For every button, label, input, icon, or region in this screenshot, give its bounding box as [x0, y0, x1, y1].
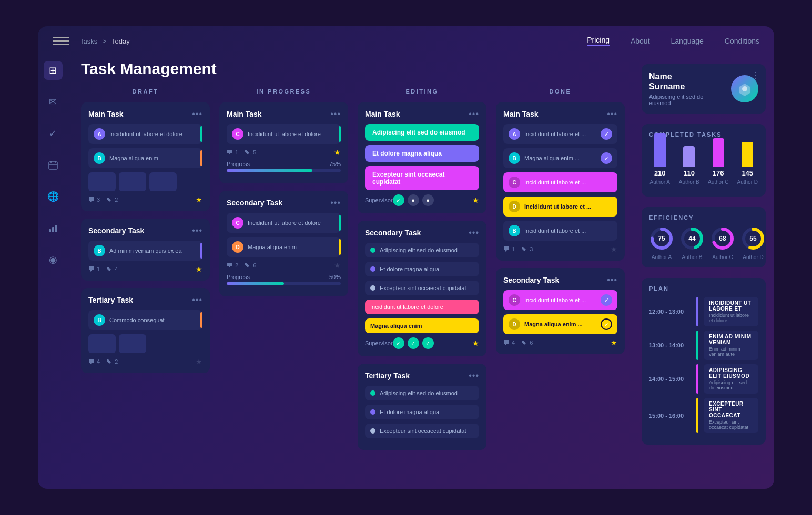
dot-indicator	[370, 248, 375, 253]
avatar: A	[509, 128, 520, 140]
bar-author: Author B	[679, 179, 699, 185]
plan-desc-sub: Enim ad minim veniam aute	[709, 346, 753, 357]
plan-desc: ENIM AD MINIM VENIAM Enim ad minim venia…	[704, 331, 758, 360]
sidebar-item-circle[interactable]: ◉	[44, 250, 63, 269]
progress-section: Progress 75%	[227, 161, 341, 172]
progress-track	[227, 169, 341, 172]
done-check: ✓	[601, 152, 612, 164]
progress-value: 50%	[329, 274, 341, 280]
task-text: Incididunt ut labore et ...	[524, 203, 612, 210]
plan-item: 14:00 - 15:00 ADIPISCING ELIT EIUSMOD Ad…	[649, 364, 758, 394]
inprogress-card-1-menu[interactable]: •••	[330, 109, 341, 119]
card-footer: 4 2 ★	[88, 357, 202, 366]
column-header-editing: EDITING	[358, 88, 486, 95]
nav-link-pricing[interactable]: Pricing	[587, 36, 610, 46]
editing-card-1: Main Task ••• Adipiscing elit sed do eiu…	[358, 102, 486, 213]
star-icon[interactable]: ★	[196, 195, 202, 204]
plan-title: PLAN	[649, 285, 758, 292]
editing-card-3-menu[interactable]: •••	[469, 371, 479, 380]
task-text: Magna aliqua enim ...	[524, 321, 596, 327]
editing-card-2-header: Secondary Task •••	[365, 228, 479, 238]
editing-card-2-title: Secondary Task	[365, 229, 421, 237]
task-text: Incididunt ut labore et ...	[524, 228, 612, 234]
attachment-count: 6	[245, 262, 256, 269]
star-icon[interactable]: ★	[611, 338, 617, 347]
supervisor-checks: ✓ ✓ ✓	[393, 337, 434, 349]
supervisor-label: Supervisor	[365, 340, 393, 346]
img-placeholder	[149, 172, 177, 191]
check-dot: ●	[422, 194, 434, 206]
sidebar-item-globe[interactable]: 🌐	[44, 187, 63, 206]
star-icon[interactable]: ★	[334, 261, 341, 270]
donut-col-c: 68 Author C	[710, 226, 735, 260]
done-card-2-menu[interactable]: •••	[607, 275, 617, 285]
editing-card-1-menu[interactable]: •••	[469, 109, 479, 119]
menu-icon[interactable]	[53, 37, 69, 45]
check-dot: ✓	[422, 337, 434, 349]
bar-col-b: 110 Author B	[678, 146, 701, 185]
task-item: A Incididunt ut labore et dolore	[88, 124, 202, 144]
draft-card-1-title: Main Task	[88, 110, 124, 118]
progress-label: Progress 50%	[227, 274, 341, 280]
star-icon[interactable]: ★	[611, 245, 617, 253]
comment-count: 3	[88, 197, 100, 203]
bar-num: 145	[742, 169, 753, 177]
star-icon[interactable]: ★	[472, 196, 479, 204]
img-placeholder	[88, 334, 116, 353]
svg-rect-6	[55, 225, 57, 232]
content-area: Task Management DRAFT Main Task •••	[68, 56, 637, 489]
star-icon[interactable]: ★	[196, 265, 202, 273]
draft-card-3-menu[interactable]: •••	[192, 295, 202, 305]
bar-num: 210	[654, 169, 666, 177]
column-header-inprogress: IN PROGRESS	[219, 88, 348, 95]
task-text: Incididunt ut labore et dolore	[248, 220, 336, 226]
user-dots-menu[interactable]: ⋮	[751, 70, 759, 80]
editing-card-3: Tertiary Task ••• Adipiscing elit sed do…	[358, 364, 486, 450]
progress-fill	[227, 169, 312, 172]
draft-card-3: Tertiary Task ••• B Commodo consequat	[81, 288, 210, 373]
sidebar-item-mail[interactable]: ✉	[44, 92, 63, 111]
efficiency-title: EFFICIENCY	[649, 214, 758, 221]
sidebar-item-grid[interactable]: ⊞	[44, 61, 63, 80]
check-dot: ✓	[393, 194, 404, 206]
star-icon[interactable]: ★	[196, 357, 202, 366]
breadcrumb-parent[interactable]: Tasks	[80, 37, 97, 45]
task-bar	[200, 150, 202, 166]
inprogress-card-2-menu[interactable]: •••	[330, 198, 341, 208]
task-text: Adipiscing elit sed do eiusmod	[380, 390, 474, 396]
draft-card-2-menu[interactable]: •••	[192, 226, 202, 235]
avatar: B	[94, 314, 105, 326]
plan-desc-title: ENIM AD MINIM VENIAM	[709, 334, 753, 345]
sidebar-item-chart[interactable]	[44, 219, 63, 238]
app-window: Tasks > Today Pricing About Language Con…	[38, 26, 774, 489]
sidebar-item-check[interactable]: ✓	[44, 124, 63, 143]
sidebar-item-calendar[interactable]	[44, 156, 63, 174]
bar-author: Author C	[708, 179, 728, 185]
plan-desc-title: EXCEPTEUR SINT OCCAECAT	[709, 401, 753, 418]
img-placeholder	[119, 172, 146, 191]
task-item: B Magna aliqua enim	[88, 148, 202, 168]
card-images	[88, 334, 202, 353]
done-card-2-header: Secondary Task •••	[503, 275, 617, 285]
bar-rect	[713, 138, 724, 167]
draft-card-1-menu[interactable]: •••	[192, 109, 202, 119]
dot-indicator	[370, 285, 375, 291]
donut-num: 68	[719, 235, 726, 242]
donut-col-b: 44 Author B	[679, 226, 705, 260]
donut-c: 68	[710, 226, 735, 251]
star-icon[interactable]: ★	[472, 339, 479, 347]
editing-card-2-menu[interactable]: •••	[469, 228, 479, 238]
comment-count: 2	[227, 262, 238, 269]
donut-num: 75	[658, 235, 665, 242]
nav-link-about[interactable]: About	[631, 37, 650, 45]
card-footer: 3 2 ★	[88, 195, 202, 204]
check-dot: ✓	[408, 337, 419, 349]
nav-link-language[interactable]: Language	[671, 37, 704, 45]
plan-accent	[696, 398, 698, 433]
nav-link-conditions[interactable]: Conditions	[725, 37, 759, 45]
attachment-count: 2	[106, 197, 118, 203]
done-card-1: Main Task ••• A Incididunt ut labore et …	[496, 102, 625, 261]
star-icon[interactable]: ★	[334, 148, 341, 157]
done-card-1-menu[interactable]: •••	[607, 109, 617, 119]
column-draft: DRAFT Main Task ••• A Incididunt ut labo…	[81, 88, 210, 457]
